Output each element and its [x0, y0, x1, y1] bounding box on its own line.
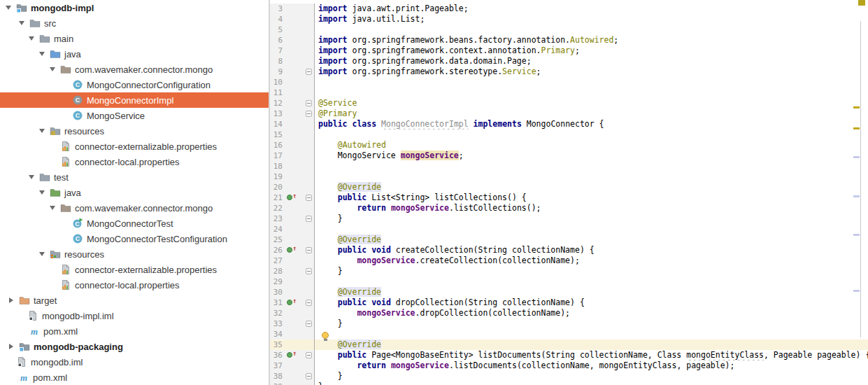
- gutter[interactable]: 37: [270, 360, 315, 371]
- fold-start-marker[interactable]: [306, 100, 312, 106]
- gutter[interactable]: 19: [270, 172, 315, 182]
- error-stripe-status-icon[interactable]: [858, 0, 865, 6]
- tree-item-com-wavemaker-connector-mongo[interactable]: com.wavemaker.connector.mongo: [0, 200, 269, 216]
- tree-item-target[interactable]: target: [0, 293, 269, 308]
- chevron-expanded-icon[interactable]: [37, 123, 47, 139]
- tree-item-connector-local-properties[interactable]: connector-local.properties: [0, 154, 269, 169]
- error-stripe-warning-tick[interactable]: [853, 106, 860, 108]
- tree-item-java[interactable]: java: [0, 185, 269, 200]
- tree-item-pom-xml[interactable]: mpom.xml: [0, 323, 269, 339]
- tree-item-mongoconnectorimpl[interactable]: CMongoConnectorImpl: [0, 92, 269, 108]
- error-stripe-info-tick[interactable]: [853, 156, 860, 158]
- gutter[interactable]: 6: [270, 35, 315, 46]
- gutter[interactable]: 11: [270, 88, 315, 98]
- error-stripe-info-tick[interactable]: [853, 234, 860, 236]
- implements-method-gutter-icon[interactable]: ↑: [287, 351, 298, 359]
- code-line-11[interactable]: 11: [270, 88, 868, 98]
- gutter[interactable]: 35: [270, 340, 315, 350]
- chevron-expanded-icon[interactable]: [37, 185, 47, 200]
- fold-end-marker[interactable]: [306, 373, 312, 379]
- code-line-9[interactable]: 9import org.springframework.stereotype.S…: [270, 66, 868, 77]
- fold-end-marker[interactable]: [306, 216, 312, 222]
- tree-item-com-wavemaker-connector-mongo[interactable]: com.wavemaker.connector.mongo: [0, 62, 269, 77]
- tree-item-mongoconnectortest[interactable]: CMongoConnectorTest: [0, 216, 269, 231]
- tree-item-pom-xml[interactable]: mpom.xml: [0, 370, 269, 385]
- code-line-35[interactable]: 35 @Override: [270, 340, 868, 350]
- code-line-18[interactable]: 18: [270, 161, 868, 172]
- gutter[interactable]: 10: [270, 77, 315, 88]
- code-line-21[interactable]: 21↑ public List<String> listCollections(…: [270, 192, 868, 203]
- fold-end-marker[interactable]: [306, 268, 312, 274]
- tree-item-connector-externalizable-properties[interactable]: connector-externalizable.properties: [0, 139, 269, 154]
- tree-item-connector-externalizable-properties[interactable]: connector-externalizable.properties: [0, 262, 269, 277]
- gutter[interactable]: 16: [270, 140, 315, 150]
- gutter[interactable]: 26↑: [270, 245, 315, 255]
- code-line-23[interactable]: 23 }: [270, 214, 868, 224]
- code-line-26[interactable]: 26↑ public void createCollection(String …: [270, 245, 868, 255]
- gutter[interactable]: 34: [270, 329, 315, 340]
- gutter[interactable]: 3: [270, 4, 315, 14]
- tree-item-connector-local-properties[interactable]: connector-local.properties: [0, 277, 269, 293]
- code-line-5[interactable]: 5: [270, 24, 868, 35]
- tree-item-resources[interactable]: resources: [0, 123, 269, 139]
- gutter[interactable]: 4: [270, 14, 315, 24]
- gutter[interactable]: 24: [270, 224, 315, 234]
- chevron-expanded-icon[interactable]: [37, 246, 47, 262]
- editor-scrollbar[interactable]: [860, 21, 861, 337]
- fold-end-marker[interactable]: [306, 69, 312, 75]
- tree-item-src[interactable]: src: [0, 15, 269, 31]
- error-stripe-info-tick[interactable]: [853, 290, 860, 292]
- fold-start-marker[interactable]: [306, 195, 312, 201]
- code-line-34[interactable]: 34: [270, 329, 868, 340]
- chevron-expanded-icon[interactable]: [17, 15, 27, 31]
- tree-item-mongoconnectortestconfiguration[interactable]: CMongoConnectorTestConfiguration: [0, 231, 269, 246]
- chevron-collapsed-icon[interactable]: [6, 293, 16, 308]
- tree-item-mongodb-iml[interactable]: mongodb.iml: [0, 354, 269, 370]
- implements-method-gutter-icon[interactable]: ↑: [287, 299, 298, 307]
- code-editor[interactable]: 3import java.awt.print.Pageable;4import …: [270, 0, 868, 385]
- code-line-39[interactable]: 39}: [270, 382, 868, 385]
- gutter[interactable]: 14: [270, 119, 315, 130]
- implements-method-gutter-icon[interactable]: ↑: [287, 246, 298, 254]
- chevron-expanded-icon[interactable]: [48, 62, 57, 77]
- code-line-22[interactable]: 22 return mongoService.listCollections()…: [270, 203, 868, 214]
- code-line-14[interactable]: 14public class MongoConnectorImpl implem…: [270, 119, 868, 130]
- code-line-12[interactable]: 12@Service: [270, 98, 868, 108]
- gutter[interactable]: 28: [270, 266, 315, 276]
- chevron-expanded-icon[interactable]: [27, 169, 36, 185]
- code-line-4[interactable]: 4import java.util.List;: [270, 14, 868, 24]
- intention-bulb-icon[interactable]: [322, 332, 330, 342]
- chevron-collapsed-icon[interactable]: [6, 339, 16, 354]
- fold-start-marker[interactable]: [306, 300, 312, 306]
- gutter[interactable]: 13: [270, 108, 315, 119]
- error-stripe-info-tick[interactable]: [853, 195, 860, 197]
- gutter[interactable]: 8: [270, 56, 315, 66]
- gutter[interactable]: 33: [270, 318, 315, 329]
- code-line-7[interactable]: 7import org.springframework.context.anno…: [270, 46, 868, 56]
- code-line-36[interactable]: 36↑ public Page<MongoBaseEntity> listDoc…: [270, 350, 868, 360]
- chevron-expanded-icon[interactable]: [27, 31, 36, 46]
- gutter[interactable]: 22: [270, 203, 315, 214]
- gutter[interactable]: 30: [270, 287, 315, 298]
- gutter[interactable]: 23: [270, 214, 315, 224]
- gutter[interactable]: 29: [270, 276, 315, 287]
- code-line-24[interactable]: 24: [270, 224, 868, 234]
- gutter[interactable]: 32: [270, 308, 315, 318]
- error-stripe-warning-tick[interactable]: [853, 127, 860, 130]
- code-line-20[interactable]: 20 @Override: [270, 182, 868, 192]
- chevron-expanded-icon[interactable]: [3, 0, 13, 15]
- tree-item-java[interactable]: java: [0, 46, 269, 62]
- gutter[interactable]: 27: [270, 255, 315, 266]
- code-line-38[interactable]: 38 }: [270, 371, 868, 382]
- code-line-19[interactable]: 19: [270, 172, 868, 182]
- gutter[interactable]: 12: [270, 98, 315, 108]
- gutter[interactable]: 31↑: [270, 298, 315, 308]
- tree-item-mongodb-packaging[interactable]: mongodb-packaging: [0, 339, 269, 354]
- tree-item-resources[interactable]: resources: [0, 246, 269, 262]
- implements-method-gutter-icon[interactable]: ↑: [287, 194, 298, 202]
- gutter[interactable]: 7: [270, 46, 315, 56]
- gutter[interactable]: 18: [270, 161, 315, 172]
- gutter[interactable]: 36↑: [270, 350, 315, 360]
- tree-item-mongoservice[interactable]: CMongoService: [0, 108, 269, 123]
- tree-item-main[interactable]: main: [0, 31, 269, 46]
